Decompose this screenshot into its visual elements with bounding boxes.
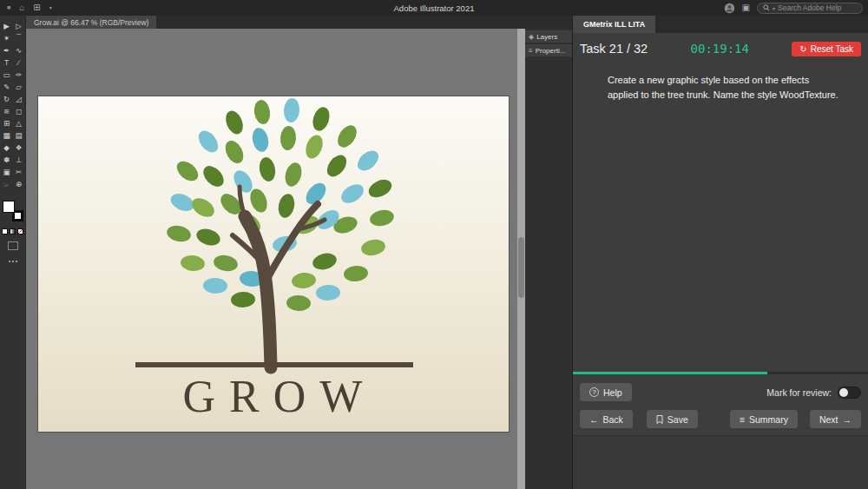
color-button[interactable] [2,228,8,235]
media-browser-icon[interactable]: ▣ [742,0,750,16]
symbol-sprayer-tool[interactable]: ✽ [1,154,13,166]
gradient-button[interactable] [10,228,16,235]
shape-builder-tool[interactable]: ⊞ [1,117,13,129]
back-arrow-icon: ← [589,414,599,425]
account-avatar-icon[interactable] [724,3,735,14]
pen-tool[interactable]: ✒ [1,44,13,56]
line-segment-tool[interactable]: ∕ [13,56,25,69]
task-instruction: Create a new graphic style based on the … [573,64,868,102]
summary-label: Summary [749,414,788,425]
magic-wand-tool[interactable]: ✶ [1,32,13,44]
artboard[interactable]: GROW [38,96,509,432]
fill-swatch[interactable] [3,201,15,213]
chevron-down-icon[interactable]: ▾ [49,0,52,16]
gmetrix-tab[interactable]: GMetrix ILL LITA [573,16,655,33]
paintbrush-tool[interactable]: ✑ [13,69,25,81]
logo-text: GROW [38,371,509,422]
help-icon: ? [589,387,599,397]
help-label: Help [603,387,622,398]
app-title: Adobe Illustrator 2021 [394,3,475,13]
scrollbar-thumb[interactable] [518,237,524,298]
next-arrow-icon: → [843,414,852,425]
draw-mode-icon[interactable] [8,241,18,250]
summary-list-icon: ≡ [740,414,745,425]
back-label: Back [603,414,623,425]
next-label: Next [819,414,838,425]
rectangle-tool[interactable]: ▭ [1,69,13,81]
fill-stroke-swatches[interactable] [3,201,23,221]
properties-icon: ≡ [529,47,533,55]
mark-for-review-label: Mark for review: [766,387,832,398]
tools-grid: ▶ ▷ ✶ ⌒ ✒ ∿ T [1,16,25,190]
layers-label: Layers [536,33,557,41]
gmetrix-panel: GMetrix ILL LITA Task 21 / 32 00:19:14 ↻… [573,16,868,489]
lasso-tool[interactable]: ⌒ [13,32,25,44]
help-search[interactable]: ▾ [757,3,863,14]
zoom-tool[interactable]: ⊕ [13,178,25,190]
type-tool[interactable]: T [1,56,13,69]
gradient-tool[interactable]: ▤ [13,129,25,142]
layers-icon: ◈ [529,33,534,41]
bookmark-icon [656,415,663,424]
curvature-tool[interactable]: ∿ [13,44,25,56]
app-icon[interactable]: ■ [7,0,10,16]
column-graph-tool[interactable]: ⊥ [13,154,25,166]
perspective-grid-tool[interactable]: △ [13,117,25,129]
scale-tool[interactable]: ◿ [13,93,25,105]
help-button[interactable]: ? Help [580,383,632,401]
edit-toolbar-icon[interactable] [9,261,17,262]
gmetrix-header: Task 21 / 32 00:19:14 ↻ Reset Task [573,33,868,64]
direct-selection-tool[interactable]: ▷ [13,20,25,32]
hand-tool[interactable]: ☞ [1,178,13,190]
canvas-vertical-scrollbar[interactable] [517,29,525,489]
blend-tool[interactable]: ❖ [13,142,25,154]
search-icon [763,4,770,11]
gmetrix-controls: ? Help Mark for review: ← Back Save [573,374,868,435]
docked-panels: ◈ Layers ≡ Properti... [525,16,573,489]
document-tab[interactable]: Grow.ai @ 66.47 % (RGB/Preview) [26,16,156,29]
mesh-tool[interactable]: ▦ [1,129,13,142]
summary-button[interactable]: ≡ Summary [730,410,798,428]
task-counter: Task 21 / 32 [580,42,648,56]
search-input[interactable] [778,3,852,12]
app-titlebar: ■ ⌂ ⊞ ▾ Adobe Illustrator 2021 ▣ ▾ [0,0,868,16]
document-tabbar: Grow.ai @ 66.47 % (RGB/Preview) [26,16,525,29]
none-button[interactable] [17,228,23,235]
properties-label: Properti... [536,47,566,55]
task-timer: 00:19:14 [691,42,749,56]
save-button[interactable]: Save [647,410,698,428]
free-transform-tool[interactable]: ◻ [13,105,25,117]
reset-label: Reset Task [811,44,853,54]
reset-icon: ↻ [799,44,806,54]
arrange-documents-icon[interactable]: ⊞ [33,0,40,16]
panel-tab-properties[interactable]: ≡ Properti... [525,44,572,56]
artboard-tool[interactable]: ▣ [1,166,13,178]
save-label: Save [667,414,688,425]
search-chevron-icon: ▾ [773,5,775,11]
selection-tool[interactable]: ▶ [1,20,13,32]
home-icon[interactable]: ⌂ [19,0,24,16]
canvas[interactable]: GROW [26,29,525,489]
width-tool[interactable]: ≋ [1,105,13,117]
gmetrix-footer [573,435,868,489]
document-area: Grow.ai @ 66.47 % (RGB/Preview) [26,16,525,489]
panel-tab-layers[interactable]: ◈ Layers [525,30,572,43]
back-button[interactable]: ← Back [580,410,633,428]
reset-task-button[interactable]: ↻ Reset Task [792,42,861,56]
next-button[interactable]: Next → [810,410,861,428]
tools-panel: ▶ ▷ ✶ ⌒ ✒ ∿ T [0,16,26,489]
toggle-knob [839,388,848,397]
slice-tool[interactable]: ✂ [13,166,25,178]
rotate-tool[interactable]: ↻ [1,93,13,105]
pencil-tool[interactable]: ✎ [1,81,13,93]
eyedropper-tool[interactable]: ◆ [1,142,13,154]
eraser-tool[interactable]: ▱ [13,81,25,93]
mark-for-review-toggle[interactable] [838,387,861,399]
gmetrix-tabbar: GMetrix ILL LITA [573,16,868,33]
